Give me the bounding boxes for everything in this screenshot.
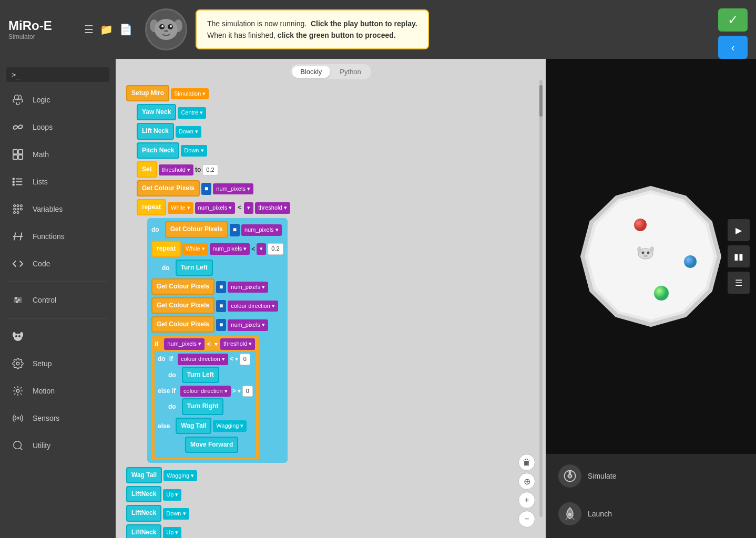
sidebar-item-functions[interactable]: Functions <box>2 224 114 249</box>
sidebar-item-loops[interactable]: Loops <box>2 115 114 140</box>
canvas-area: Blockly Python Setup Miro Simulation ▾ Y… <box>116 59 546 538</box>
sidebar-label-code: Code <box>33 260 50 268</box>
simulate-label: Simulate <box>588 472 616 480</box>
sidebar-item-miro[interactable] <box>2 324 114 349</box>
zoom-in-button[interactable]: + <box>518 492 535 509</box>
terminal-button[interactable]: >_ <box>6 67 109 82</box>
svg-point-66 <box>569 513 571 516</box>
svg-point-24 <box>14 212 16 214</box>
folder-icon[interactable]: 📁 <box>100 23 113 36</box>
svg-point-22 <box>17 208 19 210</box>
confirm-button[interactable]: ✓ <box>718 8 748 32</box>
do-block-outer: do Get Colour Pixels ■ num_pixels ▾ repe… <box>147 218 288 463</box>
svg-point-56 <box>684 255 697 268</box>
trash-button[interactable]: 🗑 <box>518 454 535 471</box>
svg-point-50 <box>17 417 19 419</box>
pause-button[interactable]: ▮▮ <box>728 245 750 267</box>
app-subtitle: Simulator <box>8 33 71 40</box>
header: MiRo-E Simulator ☰ 📁 📄 The simulation is… <box>0 0 756 59</box>
svg-point-7 <box>164 30 168 32</box>
infinity-icon <box>11 120 25 134</box>
simulate-item[interactable]: Simulate <box>550 458 752 494</box>
block-get-colour-direction: Get Colour Pixels ■ colour direction ▾ <box>151 297 283 315</box>
sidebar-item-logic[interactable]: Logic <box>2 87 114 112</box>
menu-button[interactable]: ☰ <box>728 272 750 294</box>
sidebar-divider <box>8 282 107 282</box>
svg-point-17 <box>13 184 14 185</box>
sidebar-item-variables[interactable]: Variables <box>2 196 114 222</box>
svg-point-15 <box>13 178 14 180</box>
sidebar-label-variables: Variables <box>33 205 63 213</box>
sidebar-item-lists[interactable]: Lists <box>2 169 114 194</box>
else-if-block: else if colour direction ▾ > ▾ 0 <box>158 386 253 397</box>
block-set-threshold: Set threshold ▾ to 0.2 <box>137 161 290 179</box>
menu-icon[interactable]: ☰ <box>84 23 94 36</box>
sim-actions: Simulate Launch <box>546 454 756 538</box>
sidebar-label-math: Math <box>33 150 49 159</box>
do-if-block: do if colour direction ▾ < ▾ 0 do Turn L… <box>155 351 256 458</box>
brain-icon <box>11 92 25 107</box>
svg-line-49 <box>21 387 22 389</box>
svg-point-16 <box>13 181 14 183</box>
scrollbar[interactable] <box>539 80 543 517</box>
right-panel: ▶ ▮▮ ☰ Simulate <box>546 59 756 538</box>
svg-point-51 <box>14 441 22 449</box>
back-button[interactable]: ‹ <box>718 36 748 59</box>
block-do-turn-left-2: do Turn Left <box>168 367 253 384</box>
main-layout: >_ Logic Loops <box>0 59 756 538</box>
block-move-forward: Move Forward <box>185 437 253 454</box>
svg-point-5 <box>161 25 164 27</box>
sidebar: >_ Logic Loops <box>0 59 116 538</box>
code-icon <box>11 256 25 271</box>
svg-line-52 <box>20 448 22 450</box>
sidebar-label-utility: Utility <box>33 441 50 450</box>
block-yaw-neck: Yaw Neck Centre ▾ <box>137 104 290 121</box>
svg-point-2 <box>155 19 178 40</box>
sidebar-label-loops: Loops <box>33 123 53 131</box>
sidebar-item-math[interactable]: Math <box>2 142 114 167</box>
functions-icon <box>11 229 25 244</box>
motion-icon <box>11 384 25 398</box>
svg-point-19 <box>17 205 19 207</box>
block-repeat-while-outer: repeat While ▾ num_pixels ▾ < ▾ threshol… <box>137 199 290 216</box>
sidebar-item-motion[interactable]: Motion <box>2 378 114 404</box>
sidebar-label-logic: Logic <box>33 96 50 104</box>
blocks-container: Setup Miro Simulation ▾ Yaw Neck Centre … <box>126 85 290 538</box>
notification-bold1: Click the play button to replay. <box>311 19 417 28</box>
block-liftneck-down1: LiftNeck Down ▾ <box>126 505 290 522</box>
svg-line-48 <box>14 394 16 395</box>
app-title: MiRo-E <box>8 18 71 33</box>
if-condition: if num_pixels ▾ < ▾ threshold ▾ <box>155 338 256 350</box>
robot-avatar <box>145 8 187 50</box>
sidebar-item-sensors[interactable]: Sensors <box>2 406 114 431</box>
sidebar-item-utility[interactable]: Utility <box>2 433 114 458</box>
sidebar-item-setup[interactable]: Setup <box>2 351 114 376</box>
do-if-condition: do if colour direction ▾ < ▾ 0 <box>158 354 253 365</box>
svg-rect-11 <box>18 155 23 159</box>
block-liftneck-up1: LiftNeck Up ▾ <box>126 486 290 503</box>
svg-point-61 <box>642 252 645 254</box>
sidebar-label-functions: Functions <box>33 232 65 241</box>
sim-viewport: ▶ ▮▮ ☰ <box>546 59 756 454</box>
svg-point-55 <box>634 219 647 231</box>
miro-icon <box>11 329 25 344</box>
zoom-out-button[interactable]: − <box>518 511 535 527</box>
center-button[interactable]: ⊕ <box>518 473 535 490</box>
block-wag-tail-bottom: Wag Tail Wagging ▾ <box>126 467 290 484</box>
simulate-icon <box>558 464 581 488</box>
tab-blockly[interactable]: Blockly <box>292 66 330 78</box>
canvas-controls: 🗑 ⊕ + − <box>518 454 535 527</box>
sidebar-divider-2 <box>8 318 107 318</box>
sidebar-item-control[interactable]: Control <box>2 287 114 313</box>
launch-item[interactable]: Launch <box>550 496 752 532</box>
play-button[interactable]: ▶ <box>728 219 750 241</box>
svg-rect-8 <box>13 150 17 154</box>
new-file-icon[interactable]: 📄 <box>119 23 132 36</box>
sidebar-item-code[interactable]: Code <box>2 251 114 276</box>
tab-python[interactable]: Python <box>331 66 369 78</box>
scroll-thumb <box>539 85 543 117</box>
svg-point-34 <box>16 301 18 303</box>
svg-line-46 <box>14 387 16 389</box>
svg-point-40 <box>16 362 19 365</box>
svg-point-18 <box>14 205 16 207</box>
